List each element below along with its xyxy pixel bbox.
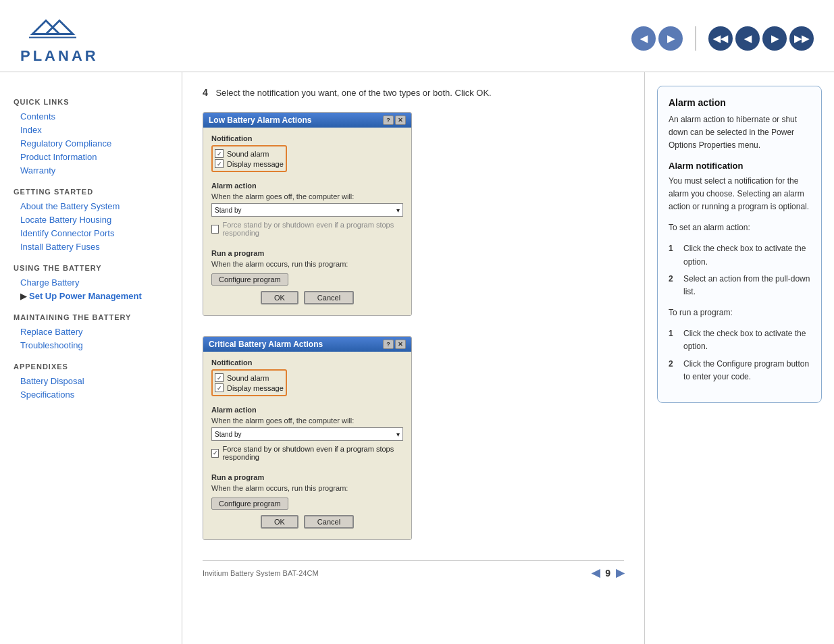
dialog1-close-btn[interactable]: ✕	[395, 115, 406, 125]
dialog1-help-btn[interactable]: ?	[383, 115, 394, 125]
step-number: 4	[203, 87, 208, 98]
sidebar-item-warranty[interactable]: Warranty	[20, 165, 168, 176]
alarm-action-text: An alarm action to hibernate or shut dow…	[669, 113, 810, 153]
sidebar-item-index[interactable]: Index	[20, 125, 168, 135]
low-battery-dialog: Low Battery Alarm Actions ? ✕ Notificati…	[203, 112, 412, 316]
dialog2-run-program-text: When the alarm occurs, run this program:	[211, 484, 403, 492]
run-step-2-num: 2	[669, 358, 678, 383]
sidebar-item-specifications[interactable]: Specifications	[20, 390, 168, 400]
sidebar: QUICK LINKS Contents Index Regulatory Co…	[0, 72, 182, 644]
dialog2-sound-alarm-checkbox[interactable]	[215, 373, 224, 382]
dialog1-footer: OK Cancel	[211, 286, 403, 308]
footer-page-number: 9	[605, 568, 610, 579]
dialog1-select-value: Stand by	[215, 207, 241, 214]
sidebar-item-install-fuses[interactable]: Install Battery Fuses	[20, 242, 168, 252]
critical-battery-dialog-title-bar: Critical Battery Alarm Actions ? ✕	[203, 337, 411, 352]
top-bar: PLANAR ◀ ▶ ◀◀ ◀ ▶ ▶▶	[0, 0, 834, 72]
dialog2-display-msg-checkbox[interactable]	[215, 383, 224, 392]
info-box: Alarm action An alarm action to hibernat…	[657, 86, 822, 403]
nav-first-button[interactable]: ◀◀	[708, 26, 733, 51]
using-battery-title: USING THE BATTERY	[14, 264, 168, 272]
dialog2-run-section: Run a program When the alarm occurs, run…	[211, 473, 403, 510]
dialog1-notification-highlight: Sound alarm Display message	[211, 145, 287, 172]
dialog1-alarm-action-label: Alarm action	[211, 182, 403, 190]
critical-battery-dialog-body: Notification Sound alarm Display message…	[203, 352, 411, 539]
dialog2-configure-btn[interactable]: Configure program	[211, 498, 288, 510]
sidebar-item-replace-battery[interactable]: Replace Battery	[20, 327, 168, 337]
dialog1-display-msg-checkbox[interactable]	[215, 159, 224, 168]
sidebar-item-regulatory[interactable]: Regulatory Compliance	[20, 138, 168, 149]
alarm-notification-text: You must select a notification for the a…	[669, 175, 810, 214]
dialog2-force-label: Force stand by or shutdown even if a pro…	[222, 445, 403, 461]
run-step-1-num: 1	[669, 327, 678, 353]
run-step-1-text: Click the check box to activate the opti…	[683, 327, 810, 353]
content-area: 4 Select the notification you want, one …	[182, 72, 645, 644]
dialog1-sound-alarm-checkbox[interactable]	[215, 149, 224, 158]
dialog2-force-row: Force stand by or shutdown even if a pro…	[211, 445, 403, 461]
dialog1-force-checkbox[interactable]	[211, 225, 219, 234]
alarm-notification-heading: Alarm notification	[669, 161, 810, 171]
nav-divider	[695, 26, 696, 51]
dialog2-notification-highlight: Sound alarm Display message	[211, 369, 287, 396]
dialog1-run-section: Run a program When the alarm occurs, run…	[211, 249, 403, 286]
dialog1-configure-btn[interactable]: Configure program	[211, 273, 288, 286]
run-step-1: 1 Click the check box to activate the op…	[669, 327, 810, 353]
dialog2-cancel-btn[interactable]: Cancel	[304, 515, 354, 529]
low-battery-dialog-body: Notification Sound alarm Display message…	[203, 128, 411, 315]
dialog2-close-btn[interactable]: ✕	[395, 340, 406, 349]
to-run-label: To run a program:	[669, 306, 810, 319]
footer-text: Invitium Battery System BAT-24CM	[203, 569, 319, 577]
sidebar-item-about-battery[interactable]: About the Battery System	[20, 201, 168, 211]
dialog1-ok-btn[interactable]: OK	[261, 291, 298, 304]
dialog2-select-value: Stand by	[215, 431, 241, 438]
quick-links-title: QUICK LINKS	[14, 98, 168, 106]
nav-back-button[interactable]: ◀	[631, 26, 656, 51]
svg-marker-1	[46, 21, 73, 34]
nav-next-button[interactable]: ▶	[762, 26, 787, 51]
set-step-1: 1 Click the check box to activate the op…	[669, 242, 810, 268]
dialog1-cancel-btn[interactable]: Cancel	[304, 291, 354, 304]
dialog1-select-box[interactable]: Stand by ▾	[211, 203, 403, 217]
sidebar-item-identify-ports[interactable]: Identify Connector Ports	[20, 228, 168, 238]
right-panel: Alarm action An alarm action to hibernat…	[645, 72, 834, 644]
set-step-1-num: 1	[669, 242, 678, 268]
dialog1-alarm-text: When the alarm goes off, the computer wi…	[211, 192, 403, 200]
sidebar-item-locate-battery[interactable]: Locate Battery Housing	[20, 215, 168, 225]
sidebar-item-product-info[interactable]: Product Information	[20, 152, 168, 162]
nav-forward-button[interactable]: ▶	[658, 26, 683, 51]
dialog2-notification-label: Notification	[211, 358, 403, 367]
to-set-label: To set an alarm action:	[669, 221, 810, 234]
nav-prev-button[interactable]: ◀	[735, 26, 760, 51]
critical-battery-dialog-title: Critical Battery Alarm Actions	[209, 340, 323, 349]
dialog2-sound-alarm-label: Sound alarm	[227, 374, 269, 382]
dialog2-force-checkbox[interactable]	[211, 449, 219, 458]
step-text: Select the notification you want, one of…	[215, 88, 491, 98]
main-layout: QUICK LINKS Contents Index Regulatory Co…	[0, 72, 834, 644]
set-step-2: 2 Select an action from the pull-down li…	[669, 273, 810, 298]
footer-next-btn[interactable]: ▶	[616, 566, 624, 579]
dialog2-ok-btn[interactable]: OK	[261, 515, 298, 529]
run-step-2-text: Click the Configure program button to en…	[683, 358, 810, 383]
dialog1-display-msg-label: Display message	[227, 160, 284, 168]
sidebar-item-charge-battery[interactable]: Charge Battery	[20, 277, 168, 288]
step-intro: 4 Select the notification you want, one …	[203, 86, 624, 100]
sidebar-item-troubleshooting[interactable]: Troubleshooting	[20, 340, 168, 350]
low-battery-dialog-title-bar: Low Battery Alarm Actions ? ✕	[203, 113, 411, 128]
svg-marker-0	[32, 21, 59, 34]
dialog2-alarm-action-label: Alarm action	[211, 406, 403, 414]
dialog2-alarm-text: When the alarm goes off, the computer wi…	[211, 417, 403, 425]
sidebar-item-contents[interactable]: Contents	[20, 111, 168, 122]
sidebar-item-battery-disposal[interactable]: Battery Disposal	[20, 376, 168, 386]
sidebar-item-setup-power-label: Set Up Power Management	[29, 291, 142, 301]
content-footer: Invitium Battery System BAT-24CM ◀ 9 ▶	[203, 560, 624, 579]
dialog1-force-label: Force stand by or shutdown even if a pro…	[222, 221, 403, 237]
dialog1-display-msg-row: Display message	[215, 159, 284, 168]
sidebar-item-setup-power[interactable]: ▶ Set Up Power Management	[20, 291, 168, 301]
footer-page-nav: ◀ 9 ▶	[592, 566, 624, 579]
dialog2-display-msg-row: Display message	[215, 383, 284, 392]
logo-area: PLANAR	[20, 12, 99, 65]
dialog2-select-box[interactable]: Stand by ▾	[211, 427, 403, 441]
dialog2-help-btn[interactable]: ?	[383, 340, 394, 349]
nav-last-button[interactable]: ▶▶	[789, 26, 814, 51]
footer-prev-btn[interactable]: ◀	[592, 566, 600, 579]
